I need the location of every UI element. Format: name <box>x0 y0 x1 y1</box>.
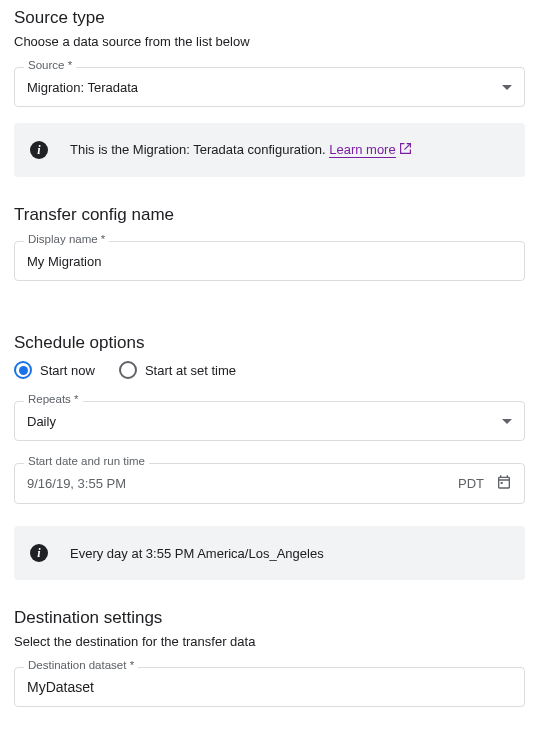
start-date-label: Start date and run time <box>24 455 149 467</box>
radio-start-at-set-time[interactable]: Start at set time <box>119 361 236 379</box>
repeats-value: Daily <box>27 414 56 429</box>
repeats-field[interactable]: Repeats * Daily <box>14 401 525 441</box>
transfer-config-section: Transfer config name Display name * My M… <box>14 205 525 281</box>
source-field[interactable]: Source * Migration: Teradata <box>14 67 525 107</box>
destination-dataset-value: MyDataset <box>27 679 94 695</box>
chevron-down-icon <box>502 419 512 424</box>
chevron-down-icon <box>502 85 512 90</box>
destination-title: Destination settings <box>14 608 525 628</box>
transfer-config-title: Transfer config name <box>14 205 525 225</box>
learn-more-link[interactable]: Learn more <box>329 142 395 158</box>
source-type-subtitle: Choose a data source from the list below <box>14 34 525 49</box>
radio-start-now-label: Start now <box>40 363 95 378</box>
schedule-radio-group: Start now Start at set time <box>14 361 525 379</box>
source-info-box: i This is the Migration: Teradata config… <box>14 123 525 177</box>
timezone-label: PDT <box>458 476 484 491</box>
radio-icon <box>119 361 137 379</box>
external-link-icon <box>399 142 412 158</box>
source-type-section: Source type Choose a data source from th… <box>14 8 525 177</box>
info-icon: i <box>30 544 48 562</box>
calendar-icon[interactable] <box>496 474 512 493</box>
schedule-info-text: Every day at 3:55 PM America/Los_Angeles <box>70 546 324 561</box>
source-info-text: This is the Migration: Teradata configur… <box>70 142 412 159</box>
source-type-title: Source type <box>14 8 525 28</box>
schedule-title: Schedule options <box>14 333 525 353</box>
display-name-field[interactable]: Display name * My Migration <box>14 241 525 281</box>
source-label: Source * <box>24 59 76 71</box>
radio-start-now[interactable]: Start now <box>14 361 95 379</box>
display-name-value: My Migration <box>27 254 101 269</box>
repeats-label: Repeats * <box>24 393 83 405</box>
start-date-field[interactable]: Start date and run time 9/16/19, 3:55 PM… <box>14 463 525 504</box>
destination-dataset-field[interactable]: Destination dataset * MyDataset <box>14 667 525 707</box>
destination-settings-section: Destination settings Select the destinat… <box>14 608 525 707</box>
display-name-label: Display name * <box>24 233 109 245</box>
radio-icon <box>14 361 32 379</box>
destination-subtitle: Select the destination for the transfer … <box>14 634 525 649</box>
schedule-options-section: Schedule options Start now Start at set … <box>14 333 525 580</box>
radio-start-at-set-time-label: Start at set time <box>145 363 236 378</box>
source-value: Migration: Teradata <box>27 80 138 95</box>
info-icon: i <box>30 141 48 159</box>
destination-dataset-label: Destination dataset * <box>24 659 138 671</box>
start-date-value: 9/16/19, 3:55 PM <box>27 476 126 491</box>
schedule-info-box: i Every day at 3:55 PM America/Los_Angel… <box>14 526 525 580</box>
